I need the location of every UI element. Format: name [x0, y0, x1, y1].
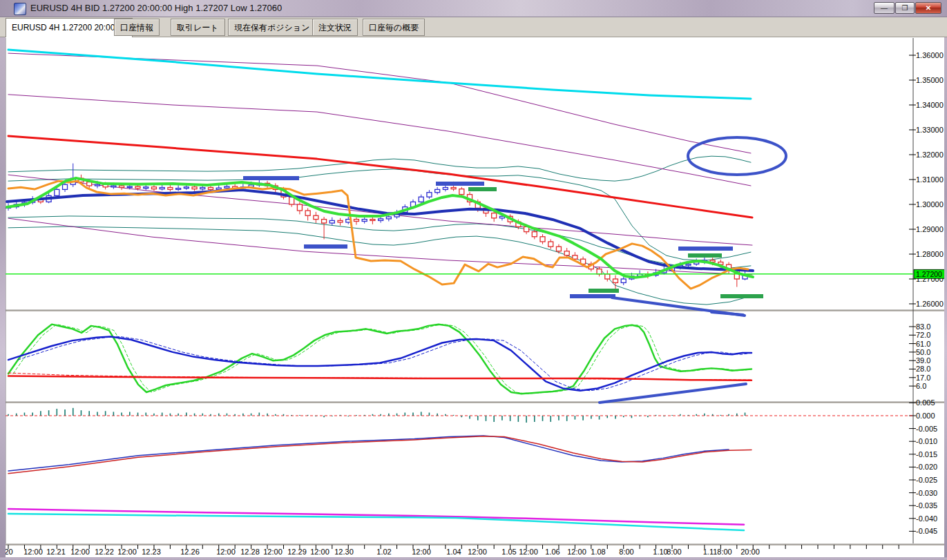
price-tick-label: 1.36000: [916, 51, 944, 59]
tab-bar: EURUSD 4H 1.27200 20:00:00 口座情報 取引レート 現在…: [0, 17, 947, 37]
window-bottom-border: [0, 557, 947, 560]
current-price-badge-label: 1.27200: [916, 270, 942, 278]
time-axis-label: 1.06: [545, 548, 559, 556]
time-axis-label: 12.23: [142, 548, 161, 556]
tab-trade-rates[interactable]: 取引レート: [171, 19, 225, 36]
time-axis-label: 20:00: [740, 548, 760, 556]
time-axis-label: 1.04: [446, 548, 461, 556]
time-axis-label: 12.29: [287, 548, 307, 556]
title-bar[interactable]: EURUSD 4H BID 1.27200 20:00:00 High 1.27…: [0, 0, 947, 17]
price-tick-label: 1.26000: [916, 300, 944, 308]
close-button[interactable]: ✕: [915, 2, 941, 14]
time-axis-label: 1.02: [376, 548, 391, 556]
macd-tick-label: -0.030: [916, 489, 937, 497]
time-axis-label: 12:00: [23, 548, 43, 556]
chart-background: [0, 37, 947, 560]
time-axis-label: 8:00: [667, 548, 681, 556]
time-axis-label: 12:00: [412, 548, 431, 556]
price-tick-label: 1.34000: [916, 101, 944, 109]
macd-tick-label: -0.005: [916, 425, 937, 433]
stoch-tick-label: 72.0: [916, 331, 930, 339]
time-axis-label: 8:00: [717, 548, 731, 556]
price-tick-label: 1.32000: [916, 151, 944, 159]
stoch-tick-label: 28.0: [916, 365, 930, 373]
app-icon: [14, 3, 26, 15]
price-tick-label: 1.33000: [916, 126, 944, 134]
time-axis-label: 1.11: [703, 548, 718, 556]
time-axis-label: 12:00: [216, 548, 236, 556]
macd-tick-label: 0.005: [916, 398, 935, 407]
macd-tick-label: -0.045: [916, 527, 937, 535]
time-axis-label: 12:00: [310, 548, 329, 556]
stoch-tick-label: 17.0: [916, 374, 930, 382]
time-axis-label: 12.22: [95, 548, 114, 556]
time-axis-label: 1.10: [653, 548, 667, 556]
macd-tick-label: 0.000: [916, 412, 935, 420]
window-right-border: [944, 37, 947, 560]
time-axis-label: 1.05: [501, 548, 516, 556]
time-axis-label: 12:00: [567, 548, 586, 556]
tab-order-status[interactable]: 注文状況: [312, 19, 358, 36]
time-axis-label: 12:00: [70, 548, 90, 556]
chart-area[interactable]: 1.360001.350001.340001.330001.320001.310…: [0, 37, 947, 560]
time-axis-label: 12:00: [117, 548, 137, 556]
time-axis-label: 12:00: [468, 548, 487, 556]
stoch-tick-label: 61.0: [916, 340, 930, 348]
macd-tick-label: -0.035: [916, 501, 937, 510]
time-axis-label: 12.28: [240, 548, 260, 556]
price-tick-label: 1.35000: [916, 76, 944, 84]
tab-account-summary[interactable]: 口座毎の概要: [363, 19, 425, 36]
price-tick-label: 1.29000: [916, 225, 944, 233]
price-tick-label: 1.31000: [916, 175, 944, 184]
tab-account-info[interactable]: 口座情報: [114, 19, 160, 36]
stoch-tick-label: 39.0: [916, 356, 930, 365]
time-axis-label: 12.26: [180, 548, 200, 556]
restore-button[interactable]: ❐: [895, 2, 915, 14]
window-left-border: [0, 37, 6, 560]
stoch-tick-label: 6.0: [916, 382, 926, 390]
time-axis-label: 12:00: [519, 548, 538, 556]
time-axis-label: 12.30: [334, 548, 354, 556]
tab-open-positions[interactable]: 現在保有ポジション: [228, 19, 316, 36]
time-axis-label: 12:00: [263, 548, 283, 556]
time-axis-label: 12.21: [46, 548, 66, 556]
window-title: EURUSD 4H BID 1.27200 20:00:00 High 1.27…: [30, 3, 282, 13]
price-tick-label: 1.30000: [916, 200, 944, 209]
time-axis-label: 1.08: [591, 548, 605, 556]
macd-tick-label: -0.010: [916, 437, 937, 445]
macd-tick-label: -0.015: [916, 450, 937, 458]
macd-tick-label: -0.025: [916, 476, 937, 484]
price-tick-label: 1.28000: [916, 250, 944, 258]
minimize-button[interactable]: —: [874, 2, 895, 14]
stoch-tick-label: 83.0: [916, 322, 930, 331]
time-axis-label: 8:00: [619, 548, 633, 556]
stoch-tick-label: 50.0: [916, 348, 930, 356]
macd-tick-label: -0.040: [916, 514, 937, 523]
macd-tick-label: -0.020: [916, 463, 937, 471]
trading-app-window: EURUSD 4H BID 1.27200 20:00:00 High 1.27…: [0, 0, 947, 560]
